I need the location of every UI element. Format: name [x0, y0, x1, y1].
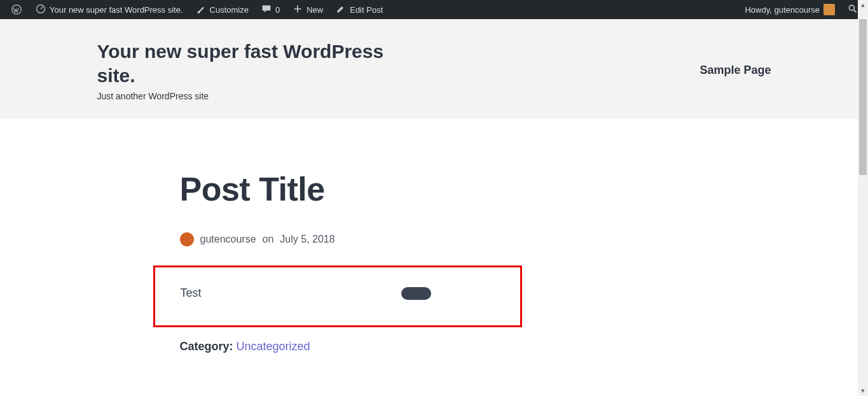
plus-icon	[293, 4, 303, 16]
scroll-thumb[interactable]	[859, 19, 867, 175]
comments-menu[interactable]: 0	[256, 0, 285, 19]
highlighted-block: Test	[153, 265, 522, 327]
new-content-menu[interactable]: New	[287, 0, 328, 19]
wp-admin-bar: Your new super fast WordPress site. Cust…	[0, 0, 868, 19]
category-label: Category:	[180, 340, 233, 353]
admin-bar-left: Your new super fast WordPress site. Cust…	[5, 0, 388, 19]
pill-shape	[401, 287, 431, 300]
scroll-up-arrow-icon[interactable]: ▲	[858, 0, 868, 10]
admin-bar-right: Howdy, gutencourse	[740, 0, 863, 19]
site-name-menu[interactable]: Your new super fast WordPress site.	[31, 0, 188, 19]
svg-point-2	[849, 5, 854, 10]
category-link[interactable]: Uncategorized	[237, 340, 310, 353]
vertical-scrollbar[interactable]: ▲ ▼	[858, 0, 868, 396]
customize-label: Customize	[210, 5, 249, 15]
wordpress-logo-icon	[10, 3, 23, 16]
post-byline: gutencourse on July 5, 2018	[180, 232, 689, 246]
edit-post-menu[interactable]: Edit Post	[331, 0, 388, 19]
howdy-text: Howdy, gutencourse	[745, 5, 820, 15]
byline-on: on	[263, 234, 274, 245]
site-title[interactable]: Your new super fast WordPress site.	[97, 39, 403, 87]
site-header: Your new super fast WordPress site. Just…	[0, 19, 868, 119]
wp-logo-menu[interactable]	[5, 0, 28, 19]
site-branding: Your new super fast WordPress site. Just…	[97, 39, 403, 101]
brush-icon	[196, 4, 206, 16]
header-inner: Your new super fast WordPress site. Just…	[85, 39, 784, 101]
dashboard-icon	[36, 4, 46, 16]
author-avatar-icon	[180, 232, 194, 246]
author-name[interactable]: gutencourse	[200, 234, 256, 245]
site-tagline: Just another WordPress site	[97, 91, 403, 101]
nav-sample-page[interactable]: Sample Page	[699, 64, 771, 77]
category-line: Category: Uncategorized	[180, 340, 689, 353]
my-account-menu[interactable]: Howdy, gutencourse	[740, 0, 840, 19]
post-title: Post Title	[180, 170, 689, 208]
search-icon	[848, 4, 858, 16]
pencil-icon	[336, 4, 346, 16]
post-date[interactable]: July 5, 2018	[280, 234, 334, 245]
customize-menu[interactable]: Customize	[191, 0, 254, 19]
new-label: New	[307, 5, 323, 15]
post-content: Post Title gutencourse on July 5, 2018 T…	[167, 119, 701, 396]
scroll-down-arrow-icon[interactable]: ▼	[858, 386, 868, 396]
comments-count: 0	[275, 5, 280, 15]
edit-post-label: Edit Post	[350, 5, 383, 15]
admin-site-name: Your new super fast WordPress site.	[50, 5, 183, 15]
comment-icon	[261, 4, 272, 16]
user-avatar-icon	[823, 4, 835, 15]
test-label: Test	[181, 286, 202, 300]
